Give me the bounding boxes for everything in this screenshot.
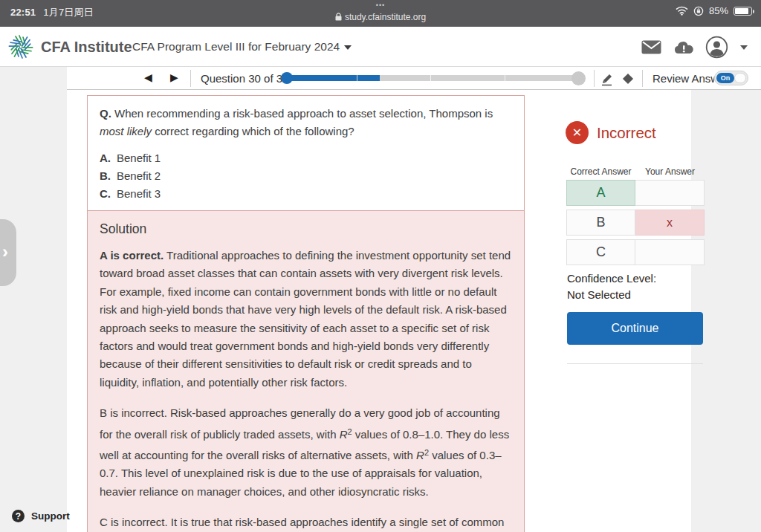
r-squared-symbol: R (340, 428, 348, 441)
option-a: A.Benefit 1 (100, 149, 512, 167)
question-tail: correct regarding which of the following… (155, 125, 354, 137)
solution-paragraph-b: B is incorrect. Risk-based approaches ge… (100, 404, 512, 501)
your-answer-cell-a (635, 180, 705, 206)
lock-icon (335, 13, 342, 21)
chevron-down-icon (344, 45, 352, 50)
sidebar-drawer-handle[interactable]: › (0, 219, 16, 286)
battery-icon (734, 7, 752, 16)
brand-name: CFA Institute (41, 39, 132, 56)
option-label: Benefit 2 (117, 169, 161, 182)
mail-icon[interactable] (641, 40, 661, 54)
program-selector[interactable]: CFA Program Level III for February 2024 (132, 40, 352, 53)
battery-percent: 85% (709, 5, 728, 16)
table-row: C (566, 239, 705, 265)
account-chevron-down-icon[interactable] (740, 45, 748, 50)
solution-a-verdict: A is correct. (100, 249, 163, 262)
your-answer-cell-c (635, 239, 705, 265)
divider (642, 70, 643, 87)
support-button[interactable]: ? Support (12, 510, 70, 522)
answer-options: A.Benefit 1 B.Benefit 2 C.Benefit 3 (100, 149, 512, 203)
answer-table: A B x C (566, 180, 705, 269)
question-text: Q. When recommending a risk-based approa… (100, 105, 512, 140)
cloud-alert-icon[interactable] (673, 41, 693, 54)
app-header: CFA Institute CFA Program Level III for … (0, 27, 761, 67)
avatar-icon[interactable] (705, 36, 728, 59)
brand: CFA Institute (7, 33, 132, 60)
answer-table-headers: Correct Answer Your Answer (566, 166, 705, 177)
toggle-on-label: On (716, 73, 734, 83)
result-label: Incorrect (597, 124, 656, 142)
question-card: Q. When recommending a risk-based approa… (87, 95, 525, 211)
option-letter: C. (100, 187, 111, 200)
continue-button[interactable]: Continue (567, 312, 703, 345)
confidence-label: Confidence Level: (567, 270, 656, 287)
question-navbar: ◀ ▶ Question 30 of 32 Review Answer On (67, 67, 761, 90)
incorrect-x-icon: ✕ (566, 121, 589, 144)
chevron-right-icon: › (2, 241, 8, 262)
progress-tick (430, 75, 431, 81)
solution-paragraph-c: C is incorrect. It is true that risk-bas… (100, 513, 512, 532)
question-column: Q. When recommending a risk-based approa… (87, 95, 525, 532)
question-emphasis: most likely (100, 125, 152, 137)
confidence-level: Confidence Level: Not Selected (567, 270, 656, 303)
progress-start-dot (281, 72, 293, 84)
solution-heading: Solution (100, 221, 512, 237)
safari-tab-dots: ••• (0, 1, 761, 9)
confidence-value: Not Selected (567, 287, 656, 303)
progress-fill (282, 75, 380, 81)
progress-end-handle[interactable] (571, 71, 586, 85)
progress-tick (357, 75, 357, 81)
next-question-button[interactable]: ▶ (170, 71, 178, 83)
your-answer-header: Your Answer (635, 166, 705, 177)
result-status: ✕ Incorrect (566, 121, 656, 144)
answer-cell-b: B (566, 210, 635, 236)
option-label: Benefit 3 (117, 187, 161, 200)
table-row: A (566, 180, 705, 206)
status-indicators: 85% (676, 5, 752, 16)
wifi-icon (676, 6, 688, 16)
option-c: C.Benefit 3 (100, 185, 512, 203)
correct-answer-cell-a: A (566, 180, 635, 206)
divider (190, 70, 191, 87)
divider (594, 70, 595, 87)
solution-a-body: Traditional approaches to defining the i… (100, 249, 511, 389)
address-bar[interactable]: study.cfainstitute.org (0, 12, 761, 22)
ipad-status-bar: 22:511月7日周日 ••• study.cfainstitute.org 8… (0, 0, 761, 27)
eraser-icon[interactable] (620, 71, 636, 87)
option-b: B.Benefit 2 (100, 167, 512, 185)
toggle-knob (734, 73, 746, 83)
option-letter: B. (100, 169, 111, 182)
solution-c-seg1: C is incorrect. It is true that risk-bas… (100, 516, 504, 532)
header-icons (641, 36, 748, 59)
program-title: CFA Program Level III for February 2024 (132, 40, 340, 53)
review-answer-toggle[interactable]: On (714, 71, 748, 85)
divider (567, 363, 703, 364)
your-answer-cell-b: x (635, 210, 705, 236)
solution-card: Solution A is correct. Traditional appro… (87, 211, 525, 532)
previous-question-button[interactable]: ◀ (144, 71, 152, 83)
table-row: B x (566, 210, 705, 236)
question-counter: Question 30 of 32 (201, 72, 288, 85)
highlighter-icon[interactable] (599, 71, 615, 87)
progress-tick (505, 75, 505, 81)
solution-paragraph-a: A is correct. Traditional approaches to … (100, 247, 512, 392)
app-root: 22:511月7日周日 ••• study.cfainstitute.org 8… (0, 0, 761, 532)
question-progress-slider[interactable] (282, 75, 578, 81)
rotation-lock-icon (693, 6, 704, 16)
url-text: study.cfainstitute.org (345, 12, 426, 22)
option-letter: A. (100, 152, 111, 164)
cfa-logo-icon (7, 33, 34, 60)
question-lead: When recommending a risk-based approach … (114, 107, 493, 120)
r-squared-symbol: R (416, 449, 424, 461)
option-label: Benefit 1 (117, 152, 161, 164)
answer-cell-c: C (566, 239, 635, 265)
question-mark-icon: ? (12, 510, 25, 522)
correct-answer-header: Correct Answer (566, 166, 635, 177)
support-label: Support (31, 510, 70, 522)
question-prefix: Q. (100, 107, 111, 120)
